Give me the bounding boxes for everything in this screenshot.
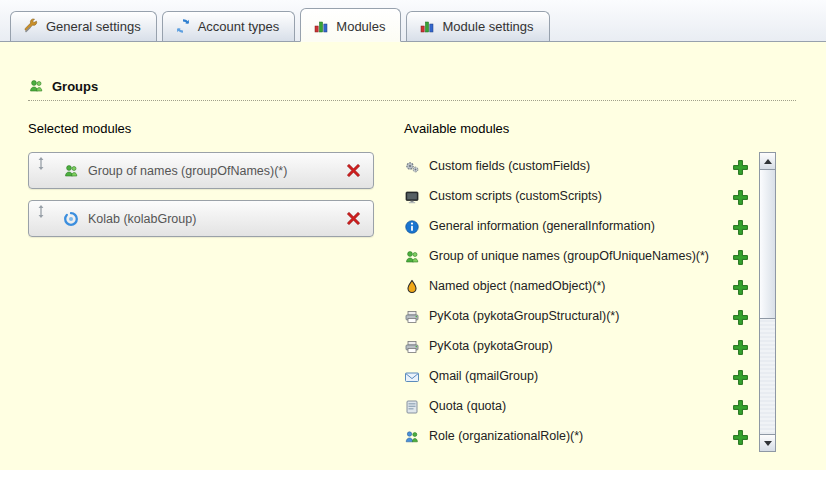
selected-module-label: Kolab (kolabGroup) xyxy=(88,212,344,226)
tab-modules[interactable]: Modules xyxy=(300,8,401,42)
named-object-icon xyxy=(404,279,420,295)
scroll-down-button[interactable] xyxy=(760,434,775,451)
printer-icon xyxy=(404,309,420,325)
scrollbar-thumb[interactable] xyxy=(760,170,775,319)
scroll-up-button[interactable] xyxy=(760,153,775,170)
selected-module-row[interactable]: Group of names (groupOfNames)(*) xyxy=(28,152,374,189)
available-modules-wrap: Custom fields (customFields)Custom scrip… xyxy=(404,152,776,452)
available-module-row: Qmail (qmailGroup) xyxy=(404,362,759,392)
printer-icon xyxy=(404,339,420,355)
add-icon[interactable] xyxy=(732,339,749,356)
available-module-row: PyKota (pykotaGroup) xyxy=(404,332,759,362)
available-module-row: General information (generalInformation) xyxy=(404,212,759,242)
kolab-icon xyxy=(63,211,79,227)
section-header: Groups xyxy=(28,42,796,101)
available-module-row: Quota (quota) xyxy=(404,392,759,422)
group-icon xyxy=(404,249,420,265)
available-module-label: Named object (namedObject)(*) xyxy=(429,279,726,295)
mail-icon xyxy=(404,369,420,385)
available-module-label: PyKota (pykotaGroup) xyxy=(429,339,726,355)
available-module-row: Group of unique names (groupOfUniqueName… xyxy=(404,242,759,272)
scroll-down-icon xyxy=(764,441,772,446)
tab-label: Module settings xyxy=(442,19,533,34)
groups-icon xyxy=(28,78,44,94)
add-icon[interactable] xyxy=(732,249,749,266)
available-modules-list: Custom fields (customFields)Custom scrip… xyxy=(404,152,759,452)
selected-module-label: Group of names (groupOfNames)(*) xyxy=(88,164,344,178)
delete-icon[interactable] xyxy=(344,209,363,228)
tab-module-settings[interactable]: Module settings xyxy=(406,11,549,41)
available-module-row: Custom fields (customFields) xyxy=(404,152,759,182)
account-types-icon xyxy=(175,18,191,34)
drag-handle-icon xyxy=(37,201,47,222)
selected-modules-column: Selected modules Group of names (groupOf… xyxy=(28,115,374,452)
tab-account-types[interactable]: Account types xyxy=(162,11,296,41)
available-modules-heading: Available modules xyxy=(404,121,776,136)
tab-label: Modules xyxy=(336,19,385,34)
role-icon xyxy=(404,429,420,445)
available-modules-column: Available modules Custom fields (customF… xyxy=(404,115,776,452)
add-icon[interactable] xyxy=(732,369,749,386)
module-settings-icon xyxy=(419,18,435,34)
group-icon xyxy=(63,163,79,179)
tab-general-settings[interactable]: General settings xyxy=(10,11,157,41)
modules-columns: Selected modules Group of names (groupOf… xyxy=(28,115,826,452)
selected-modules-list: Group of names (groupOfNames)(*)Kolab (k… xyxy=(28,152,374,237)
available-module-label: Qmail (qmailGroup) xyxy=(429,369,726,385)
add-icon[interactable] xyxy=(732,189,749,206)
available-module-row: Named object (namedObject)(*) xyxy=(404,272,759,302)
available-module-label: Custom fields (customFields) xyxy=(429,159,726,175)
quota-icon xyxy=(404,399,420,415)
page-title: Groups xyxy=(52,79,98,94)
add-icon[interactable] xyxy=(732,279,749,296)
selected-module-row[interactable]: Kolab (kolabGroup) xyxy=(28,200,374,237)
add-icon[interactable] xyxy=(732,309,749,326)
add-icon[interactable] xyxy=(732,399,749,416)
info-icon xyxy=(404,219,420,235)
available-module-label: Custom scripts (customScripts) xyxy=(429,189,726,205)
content-area: Groups Selected modules Group of names (… xyxy=(0,42,826,470)
available-module-row: PyKota (pykotaGroupStructural)(*) xyxy=(404,302,759,332)
add-icon[interactable] xyxy=(732,159,749,176)
available-module-row: Role (organizationalRole)(*) xyxy=(404,422,759,452)
tab-label: General settings xyxy=(46,19,141,34)
custom-scripts-icon xyxy=(404,189,420,205)
available-module-label: PyKota (pykotaGroupStructural)(*) xyxy=(429,309,726,325)
scroll-up-icon xyxy=(764,159,772,164)
modules-icon xyxy=(313,18,329,34)
custom-fields-icon xyxy=(404,159,420,175)
tab-bar: General settingsAccount typesModulesModu… xyxy=(0,0,826,42)
vertical-scrollbar[interactable] xyxy=(759,152,776,452)
available-module-label: Group of unique names (groupOfUniqueName… xyxy=(429,249,726,265)
lam-configuration-window: General settingsAccount typesModulesModu… xyxy=(0,0,826,482)
add-icon[interactable] xyxy=(732,219,749,236)
selected-modules-heading: Selected modules xyxy=(28,121,374,136)
add-icon[interactable] xyxy=(732,429,749,446)
delete-icon[interactable] xyxy=(344,161,363,180)
tools-icon xyxy=(23,18,39,34)
tab-label: Account types xyxy=(198,19,280,34)
drag-handle-icon xyxy=(37,153,47,174)
scrollbar-track[interactable] xyxy=(760,170,775,434)
available-module-label: Quota (quota) xyxy=(429,399,726,415)
available-module-label: General information (generalInformation) xyxy=(429,219,726,235)
available-module-row: Custom scripts (customScripts) xyxy=(404,182,759,212)
available-module-label: Role (organizationalRole)(*) xyxy=(429,429,726,445)
